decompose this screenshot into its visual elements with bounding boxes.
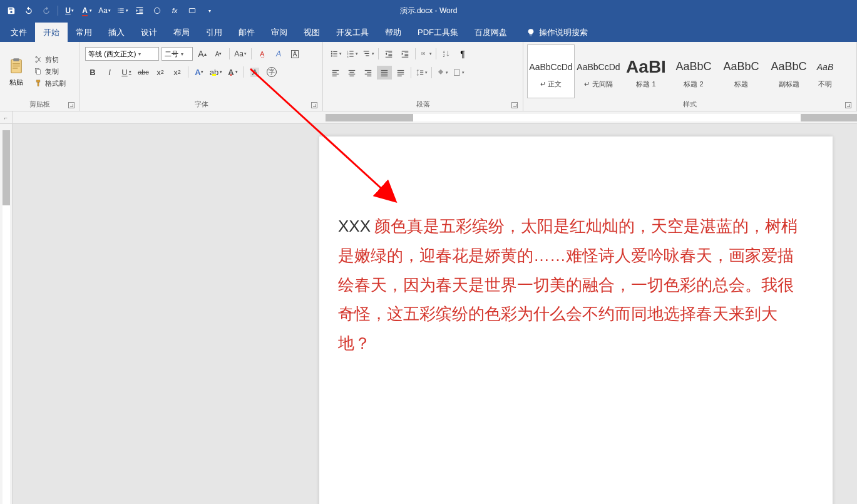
svg-rect-6 — [13, 68, 18, 68]
tab-design[interactable]: 设计 — [133, 23, 165, 42]
clear-format-button[interactable]: A — [272, 47, 285, 61]
change-case-button[interactable]: Aa▾ — [233, 47, 247, 61]
group-paragraph: ▾ 123▾ ▾ ☒▾ AZ ¶ ▾ ▾ — [323, 42, 523, 111]
format-painter-button[interactable]: 格式刷 — [31, 78, 68, 90]
svg-point-0 — [154, 8, 160, 13]
text-effects-button[interactable]: A▾ — [192, 64, 207, 80]
qat-list-icon[interactable]: ▾ — [115, 3, 130, 18]
document-canvas[interactable]: XXX颜色真是五彩缤纷，太阳是红灿灿的，天空是湛蓝的，树梢是嫩绿的，迎春花是娇黄… — [13, 124, 857, 504]
group-label-clipboard: 剪贴板 — [4, 98, 76, 110]
style-heading1[interactable]: AaBI标题 1 — [622, 44, 670, 98]
tab-file[interactable]: 文件 — [3, 23, 35, 42]
qat-customize-icon[interactable]: ▾ — [202, 3, 217, 18]
enclose-char-button[interactable]: 字 — [264, 64, 279, 80]
qat-screenshot-icon[interactable] — [185, 3, 200, 18]
line-spacing-button[interactable]: ▾ — [414, 66, 429, 80]
svg-text:Z: Z — [443, 54, 445, 58]
highlight-button[interactable]: ab▾ — [208, 64, 223, 80]
group-styles: AaBbCcDd↵ 正文 AaBbCcDd↵ 无间隔 AaBI标题 1 AaBb… — [523, 42, 857, 111]
shrink-font-button[interactable]: A▾ — [212, 47, 225, 61]
phonetic-guide-button[interactable]: A̤ — [255, 47, 269, 61]
font-color-button[interactable]: A▾ — [225, 64, 240, 80]
document-title: 演示.docx - Word — [400, 6, 458, 16]
group-label-paragraph: 段落 — [327, 98, 519, 110]
svg-rect-45 — [398, 74, 404, 75]
tab-references[interactable]: 引用 — [198, 23, 230, 42]
italic-button[interactable]: I — [102, 64, 117, 80]
qat-font-color-icon[interactable]: A▾ — [80, 3, 95, 18]
vertical-ruler[interactable] — [0, 111, 13, 504]
tab-developer[interactable]: 开发工具 — [328, 23, 377, 42]
doc-red-text: 颜色真是五彩缤纷，太阳是红灿灿的，天空是湛蓝的，树梢是嫩绿的，迎春花是娇黄的……… — [338, 217, 798, 352]
style-heading2[interactable]: AaBbC标题 2 — [670, 44, 717, 98]
save-icon[interactable] — [4, 3, 19, 18]
multilevel-button[interactable]: ▾ — [361, 47, 376, 61]
clipboard-dialog-launcher[interactable] — [68, 102, 74, 108]
redo-icon[interactable] — [39, 3, 54, 18]
paste-button[interactable]: 粘贴 — [4, 44, 29, 98]
style-no-spacing[interactable]: AaBbCcDd↵ 无间隔 — [575, 44, 622, 98]
style-unknown[interactable]: AaB不明 — [813, 44, 838, 98]
align-right-button[interactable] — [361, 66, 376, 80]
numbering-button[interactable]: 123▾ — [344, 47, 359, 61]
sort-button[interactable]: AZ — [439, 47, 454, 61]
increase-indent-button[interactable] — [398, 47, 413, 61]
decrease-indent-button[interactable] — [381, 47, 396, 61]
copy-icon — [34, 67, 43, 76]
undo-icon[interactable] — [21, 3, 36, 18]
svg-rect-21 — [363, 51, 369, 51]
qat-indent-icon[interactable] — [132, 3, 147, 18]
superscript-button[interactable]: x2 — [170, 64, 185, 80]
svg-point-13 — [331, 55, 332, 56]
shading-button[interactable]: ▾ — [434, 66, 449, 80]
align-center-button[interactable] — [344, 66, 359, 80]
document-body-text[interactable]: XXX颜色真是五彩缤纷，太阳是红灿灿的，天空是湛蓝的，树梢是嫩绿的，迎春花是娇黄… — [338, 212, 801, 358]
show-marks-button[interactable]: ¶ — [455, 47, 470, 61]
tab-common[interactable]: 常用 — [68, 23, 100, 42]
font-name-combo[interactable]: 等线 (西文正文)▾ — [85, 47, 159, 61]
font-dialog-launcher[interactable] — [311, 102, 317, 108]
svg-rect-4 — [13, 63, 20, 64]
tab-mailings[interactable]: 邮件 — [230, 23, 263, 42]
qat-underline-icon[interactable]: U▾ — [62, 3, 77, 18]
char-shading-button[interactable]: A — [247, 64, 262, 80]
svg-rect-3 — [13, 58, 19, 61]
qat-case-icon[interactable]: Aa▾ — [97, 3, 112, 18]
style-title[interactable]: AaBbC标题 — [717, 44, 765, 98]
strike-button[interactable]: abc — [136, 64, 151, 80]
bold-button[interactable]: B — [85, 64, 100, 80]
borders-button[interactable]: ▾ — [451, 66, 466, 80]
tab-pdf[interactable]: PDF工具集 — [409, 23, 466, 42]
tab-home[interactable]: 开始 — [35, 23, 68, 42]
svg-rect-47 — [420, 71, 423, 71]
tab-layout[interactable]: 布局 — [165, 23, 198, 42]
subscript-button[interactable]: x2 — [153, 64, 168, 80]
style-normal[interactable]: AaBbCcDd↵ 正文 — [527, 44, 575, 98]
style-subtitle[interactable]: AaBbC副标题 — [765, 44, 813, 98]
paragraph-dialog-launcher[interactable] — [511, 102, 518, 108]
asian-layout-button[interactable]: ☒▾ — [418, 47, 433, 61]
align-justify-button[interactable] — [377, 66, 392, 80]
styles-dialog-launcher[interactable] — [845, 102, 851, 108]
char-border-button[interactable]: A — [288, 47, 302, 61]
font-size-combo[interactable]: 二号▾ — [162, 47, 193, 61]
cut-button[interactable]: 剪切 — [31, 54, 68, 66]
svg-rect-30 — [332, 76, 337, 76]
tab-view[interactable]: 视图 — [295, 23, 328, 42]
qat-fx-icon[interactable]: fx — [167, 3, 182, 18]
tell-me-label: 操作说明搜索 — [539, 27, 588, 38]
bullets-button[interactable]: ▾ — [328, 47, 343, 61]
tab-review[interactable]: 审阅 — [263, 23, 295, 42]
qat-circle-icon[interactable] — [150, 3, 165, 18]
align-left-button[interactable] — [328, 66, 343, 80]
tab-insert[interactable]: 插入 — [100, 23, 133, 42]
align-distributed-button[interactable] — [393, 66, 408, 80]
grow-font-button[interactable]: A▴ — [195, 47, 209, 61]
tab-help[interactable]: 帮助 — [377, 23, 409, 42]
tell-me-search[interactable]: 操作说明搜索 — [520, 23, 594, 42]
underline-button[interactable]: U▾ — [119, 64, 134, 80]
tab-baidu[interactable]: 百度网盘 — [466, 23, 515, 42]
copy-button[interactable]: 复制 — [31, 66, 68, 78]
svg-rect-18 — [349, 53, 353, 54]
ruler-corner[interactable]: ⌐ — [0, 111, 13, 124]
